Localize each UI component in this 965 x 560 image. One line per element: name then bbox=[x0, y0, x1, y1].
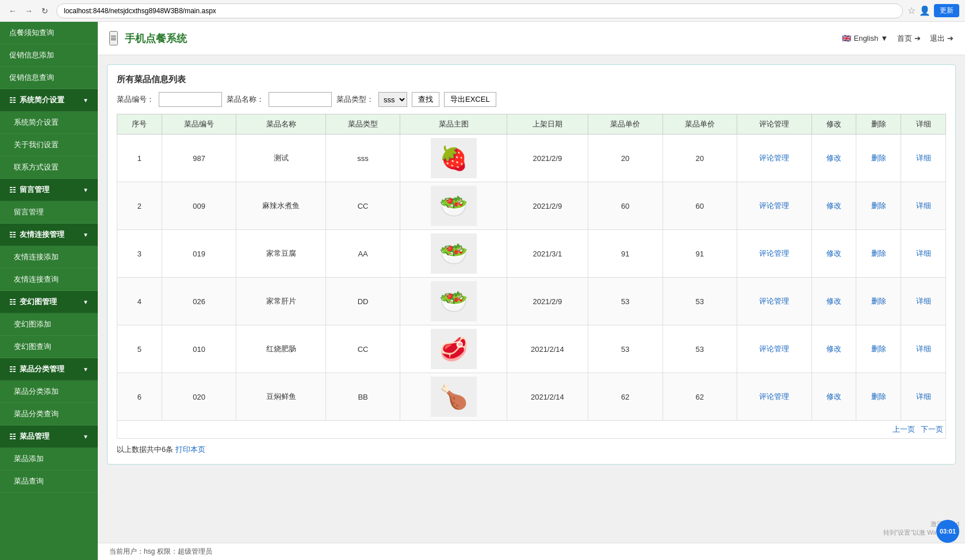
main-content: ≡ 手机点餐系统 🇬🇧 English ▼ 首页 ➔ 退出 ➔ bbox=[98, 22, 965, 560]
cell-comment[interactable]: 评论管理 bbox=[737, 278, 812, 325]
home-button[interactable]: 首页 ➔ bbox=[897, 33, 921, 44]
sidebar-item-caipinfenlei-tianjia[interactable]: 菜品分类添加 bbox=[0, 381, 98, 403]
search-id-input[interactable] bbox=[159, 92, 222, 107]
cell-comment[interactable]: 评论管理 bbox=[737, 135, 812, 182]
cell-date: 2021/2/14 bbox=[507, 373, 588, 421]
header-right: 🇬🇧 English ▼ 首页 ➔ 退出 ➔ bbox=[842, 33, 953, 44]
cell-comment[interactable]: 评论管理 bbox=[737, 182, 812, 230]
cell-seq: 4 bbox=[117, 278, 162, 325]
forward-button[interactable]: → bbox=[22, 4, 36, 18]
cell-type: CC bbox=[326, 325, 400, 373]
cell-price1: 53 bbox=[588, 278, 663, 325]
cell-detail[interactable]: 详细 bbox=[901, 182, 946, 230]
cell-delete[interactable]: 删除 bbox=[856, 230, 901, 278]
card-title: 所有菜品信息列表 bbox=[117, 74, 946, 85]
sidebar-item-xitong-section[interactable]: ☷ 系统简介设置 ▼ bbox=[0, 89, 98, 112]
next-page-button[interactable]: 下一页 bbox=[921, 424, 943, 435]
sidebar-item-youqing-tianjia[interactable]: 友情连接添加 bbox=[0, 246, 98, 269]
grid-icon: ☷ bbox=[9, 96, 16, 105]
sidebar-item-bianhuatu-section[interactable]: ☷ 变幻图管理 ▼ bbox=[0, 291, 98, 313]
cell-edit[interactable]: 修改 bbox=[811, 373, 856, 421]
search-button[interactable]: 查找 bbox=[412, 92, 439, 107]
sidebar-item-diancan-chaxun[interactable]: 点餐须知查询 bbox=[0, 22, 98, 44]
cell-edit[interactable]: 修改 bbox=[811, 278, 856, 325]
language-button[interactable]: 🇬🇧 English ▼ bbox=[842, 34, 888, 43]
cell-edit[interactable]: 修改 bbox=[811, 325, 856, 373]
grid-icon: ☷ bbox=[9, 231, 16, 239]
status-text: 当前用户：hsg 权限：超级管理员 bbox=[109, 547, 212, 555]
cell-id: 026 bbox=[162, 278, 236, 325]
logout-button[interactable]: 退出 ➔ bbox=[930, 33, 953, 44]
table-row: 4 026 家常肝片 DD 🥗 2021/2/9 53 53 评论管理 修改 删… bbox=[117, 278, 946, 325]
refresh-button[interactable]: ↻ bbox=[38, 4, 52, 18]
cell-edit[interactable]: 修改 bbox=[811, 182, 856, 230]
cell-edit[interactable]: 修改 bbox=[811, 135, 856, 182]
sidebar-item-caipin-section[interactable]: ☷ 菜品管理 ▼ bbox=[0, 425, 98, 448]
prev-page-button[interactable]: 上一页 bbox=[893, 424, 915, 435]
sidebar-item-youqing-chaxun[interactable]: 友情连接查询 bbox=[0, 269, 98, 291]
cell-date: 2021/2/14 bbox=[507, 325, 588, 373]
back-button[interactable]: ← bbox=[6, 4, 20, 18]
browser-actions: ☆ 👤 更新 bbox=[907, 4, 959, 17]
cell-img: 🥗 bbox=[400, 278, 507, 325]
bookmark-button[interactable]: ☆ bbox=[907, 5, 916, 16]
table-row: 6 020 豆焖鲜鱼 BB 🍗 2021/2/14 62 62 评论管理 修改 … bbox=[117, 373, 946, 421]
sidebar-item-bianhuatu-tianjia[interactable]: 变幻图添加 bbox=[0, 313, 98, 336]
search-type-select[interactable]: sss AA BB CC DD bbox=[378, 92, 407, 107]
col-header-price2: 菜品单价 bbox=[663, 114, 737, 135]
cell-delete[interactable]: 删除 bbox=[856, 325, 901, 373]
table-row: 5 010 红烧肥肠 CC 🥩 2021/2/14 53 53 评论管理 修改 … bbox=[117, 325, 946, 373]
nav-buttons: ← → ↻ bbox=[6, 4, 52, 18]
sidebar-item-liuyan-guanli-sub[interactable]: 留言管理 bbox=[0, 201, 98, 224]
export-excel-button[interactable]: 导出EXCEL bbox=[444, 92, 496, 107]
cell-comment[interactable]: 评论管理 bbox=[737, 230, 812, 278]
col-header-img: 菜品主图 bbox=[400, 114, 507, 135]
grid-icon: ☷ bbox=[9, 365, 16, 374]
sidebar-item-label: 联系方式设置 bbox=[14, 162, 59, 172]
sidebar-item-caipinfenlei-section[interactable]: ☷ 菜品分类管理 ▼ bbox=[0, 358, 98, 381]
sidebar-section-label: 友情连接管理 bbox=[20, 229, 64, 240]
sidebar-item-guanyu-women[interactable]: 关于我们设置 bbox=[0, 134, 98, 156]
cell-seq: 5 bbox=[117, 325, 162, 373]
sidebar-section-label: 菜品管理 bbox=[20, 431, 49, 442]
cell-detail[interactable]: 详细 bbox=[901, 278, 946, 325]
sidebar-item-lianxi-fangshi[interactable]: 联系方式设置 bbox=[0, 156, 98, 179]
cell-detail[interactable]: 详细 bbox=[901, 325, 946, 373]
cell-detail[interactable]: 详细 bbox=[901, 373, 946, 421]
cell-seq: 2 bbox=[117, 182, 162, 230]
update-button[interactable]: 更新 bbox=[934, 4, 959, 17]
cell-id: 020 bbox=[162, 373, 236, 421]
sidebar-item-liuyan-section[interactable]: ☷ 留言管理 ▼ bbox=[0, 179, 98, 201]
hamburger-button[interactable]: ≡ bbox=[109, 31, 118, 45]
sidebar-item-youqing-section[interactable]: ☷ 友情连接管理 ▼ bbox=[0, 224, 98, 246]
sidebar-item-bianhuatu-chaxun[interactable]: 变幻图查询 bbox=[0, 336, 98, 358]
flag-icon: 🇬🇧 bbox=[842, 34, 851, 43]
search-name-label: 菜品名称： bbox=[227, 94, 264, 105]
cell-comment[interactable]: 评论管理 bbox=[737, 373, 812, 421]
cell-detail[interactable]: 详细 bbox=[901, 230, 946, 278]
sidebar-item-caipin-tianjia[interactable]: 菜品添加 bbox=[0, 448, 98, 470]
cell-price2: 20 bbox=[663, 135, 737, 182]
cell-delete[interactable]: 删除 bbox=[856, 278, 901, 325]
cell-name: 麻辣水煮鱼 bbox=[236, 182, 326, 230]
cell-name: 测试 bbox=[236, 135, 326, 182]
address-bar[interactable] bbox=[56, 3, 903, 18]
app-wrapper: 点餐须知查询 促销信息添加 促销信息查询 ☷ 系统简介设置 ▼ 系统简介设置 关… bbox=[0, 22, 965, 560]
sidebar-item-xitong-jianjieshezhi-sub[interactable]: 系统简介设置 bbox=[0, 112, 98, 134]
cell-delete[interactable]: 删除 bbox=[856, 373, 901, 421]
account-button[interactable]: 👤 bbox=[919, 5, 930, 16]
print-link[interactable]: 打印本页 bbox=[175, 445, 205, 454]
sidebar-item-caipin-chaxun[interactable]: 菜品查询 bbox=[0, 470, 98, 493]
sidebar-item-cuxiao-chaxun[interactable]: 促销信息查询 bbox=[0, 67, 98, 89]
cell-edit[interactable]: 修改 bbox=[811, 230, 856, 278]
sidebar-item-cuxiao-tianjia[interactable]: 促销信息添加 bbox=[0, 44, 98, 67]
search-name-input[interactable] bbox=[269, 92, 332, 107]
footer-info: 以上数据共中6条 打印本页 bbox=[117, 444, 946, 455]
cell-detail[interactable]: 详细 bbox=[901, 135, 946, 182]
cell-delete[interactable]: 删除 bbox=[856, 135, 901, 182]
sidebar-item-label: 友情连接查询 bbox=[14, 274, 59, 285]
cell-delete[interactable]: 删除 bbox=[856, 182, 901, 230]
sidebar-item-caipinfenlei-chaxun[interactable]: 菜品分类查询 bbox=[0, 403, 98, 425]
cell-comment[interactable]: 评论管理 bbox=[737, 325, 812, 373]
table-row: 2 009 麻辣水煮鱼 CC 🥗 2021/2/9 60 60 评论管理 修改 … bbox=[117, 182, 946, 230]
